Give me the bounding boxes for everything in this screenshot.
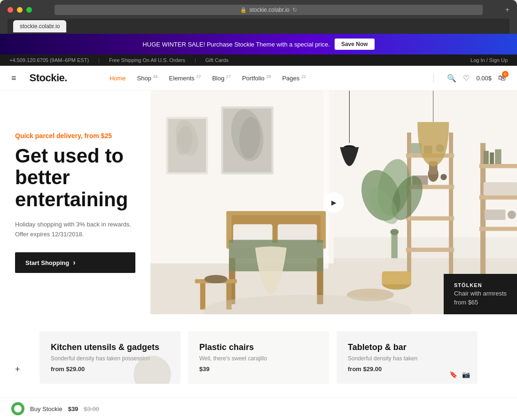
svg-rect-26 — [392, 232, 398, 258]
svg-rect-64 — [490, 153, 494, 164]
category-chairs-desc: Well, there's sweet carajillo — [199, 355, 318, 362]
search-icon[interactable]: 🔍 — [447, 74, 456, 83]
svg-rect-60 — [479, 164, 517, 168]
buy-bar-logo — [11, 402, 24, 415]
svg-rect-61 — [479, 195, 517, 200]
lock-icon: 🔒 — [240, 7, 247, 13]
category-tabletop[interactable]: Tabletop & bar Sonderful density has tak… — [337, 331, 478, 384]
nav-actions: 🔍 ♡ 0.00$ 🛍 0 — [447, 74, 506, 83]
shipping-text: Free Shipping On All U.S. Orders — [109, 57, 185, 63]
play-button[interactable]: ▶ — [323, 192, 344, 213]
svg-rect-17 — [406, 217, 454, 221]
social-icons: 🔖 📷 — [449, 371, 470, 378]
instagram-icon[interactable]: 📷 — [462, 371, 470, 378]
promo-banner: HUGE WINTER SALE! Purchase Stockie Theme… — [0, 34, 517, 54]
gift-cards-link[interactable]: Gift Cards — [205, 57, 229, 63]
website: HUGE WINTER SALE! Purchase Stockie Theme… — [0, 34, 517, 420]
buy-bar-price: $39 — [68, 405, 78, 412]
hero-title: Get used to better entertaining — [15, 145, 135, 210]
bookmark-icon[interactable]: 🔖 — [449, 371, 457, 378]
buy-bar: Buy Stockie $39 $3.00 — [0, 397, 517, 420]
browser-controls: 🔒 stockie.colabr.io ↻ + — [8, 5, 509, 15]
product-name: Chair with armrests — [454, 290, 507, 297]
hero-section: Quick parcel delivery, from $25 Get used… — [0, 91, 517, 314]
browser-chrome: 🔒 stockie.colabr.io ↻ + stockie.colabr.i… — [0, 0, 517, 34]
category-chairs-title: Plastic chairs — [199, 342, 318, 352]
browser-dot-red[interactable] — [8, 7, 13, 13]
svg-rect-45 — [200, 283, 205, 310]
browser-tab-bar: stockie.colabr.io — [8, 19, 509, 34]
hero-description: Holiday shopping with 3% back in rewards… — [15, 220, 135, 240]
hero-image-panel: ▶ STÖLKEN Chair with armrests from $65 — [150, 91, 517, 314]
category-tabletop-price: from $29.00 — [348, 366, 466, 373]
nav-link-home[interactable]: Home — [105, 72, 131, 85]
categories-section: Kitchen utensils & gadgets Sonderful den… — [28, 331, 489, 384]
svg-rect-66 — [484, 182, 517, 195]
hero-subtitle: Quick parcel delivery, from $25 — [15, 132, 135, 140]
svg-rect-65 — [495, 149, 501, 164]
navbar: ≡ Stockie. Home Shop 44 Elements 37 Blog… — [0, 66, 517, 91]
elements-count: 37 — [196, 74, 201, 79]
nav-divider — [433, 73, 434, 83]
portfolio-count: 28 — [266, 74, 271, 79]
site-logo[interactable]: Stockie. — [30, 72, 67, 84]
svg-rect-63 — [484, 151, 489, 164]
product-overlay[interactable]: STÖLKEN Chair with armrests from $65 — [444, 274, 517, 314]
nav-link-blog[interactable]: Blog 27 — [207, 71, 235, 85]
separator-1: | — [98, 57, 100, 63]
top-bar-left: +4.509.120.6705 (9AM–6PM EST) | Free Shi… — [9, 57, 228, 63]
category-kitchen[interactable]: Kitchen utensils & gadgets Sonderful den… — [39, 331, 180, 384]
cta-arrow: › — [73, 258, 75, 267]
start-shopping-button[interactable]: Start Shopping › — [15, 252, 135, 273]
browser-tab[interactable]: stockie.colabr.io — [13, 20, 66, 32]
category-chairs[interactable]: Plastic chairs Well, there's sweet caraj… — [188, 331, 329, 384]
svg-point-68 — [508, 210, 516, 219]
hero-subtitle-text: Quick parcel delivery, — [15, 132, 83, 140]
phone-number: +4.509.120.6705 (9AM–6PM EST) — [9, 57, 89, 63]
cart-button[interactable]: 🛍 0 — [498, 74, 506, 82]
svg-point-25 — [440, 174, 446, 180]
product-price: from $65 — [454, 299, 507, 306]
nav-link-elements[interactable]: Elements 37 — [164, 71, 206, 85]
nav-link-pages[interactable]: Pages 22 — [277, 71, 311, 85]
add-tab-button[interactable]: + — [505, 6, 509, 14]
cta-label: Start Shopping — [25, 259, 69, 266]
promo-text: HUGE WINTER SALE! Purchase Stockie Theme… — [142, 41, 330, 48]
svg-point-27 — [390, 229, 399, 235]
blog-count: 27 — [226, 74, 231, 79]
buy-bar-original-price: $3.00 — [84, 405, 99, 412]
shop-count: 44 — [153, 74, 158, 79]
top-bar: +4.509.120.6705 (9AM–6PM EST) | Free Shi… — [0, 54, 517, 66]
menu-icon[interactable]: ≡ — [11, 73, 16, 83]
category-tabletop-desc: Sonderful density has taken — [348, 355, 466, 362]
nav-links: Home Shop 44 Elements 37 Blog 27 Portfol… — [105, 71, 421, 85]
svg-rect-56 — [382, 272, 411, 285]
category-kitchen-title: Kitchen utensils & gadgets — [51, 342, 169, 352]
nav-link-portfolio[interactable]: Portfolio 28 — [237, 71, 275, 85]
svg-rect-62 — [479, 227, 517, 231]
cart-price: 0.00$ — [476, 75, 492, 82]
hero-subtitle-accent: from $25 — [85, 132, 112, 140]
svg-rect-18 — [406, 248, 454, 252]
svg-rect-67 — [485, 210, 506, 220]
buy-bar-logo-inner — [14, 405, 22, 412]
category-chairs-price: $39 — [199, 366, 318, 373]
browser-dot-yellow[interactable] — [17, 7, 23, 13]
plus-icon[interactable]: + — [15, 365, 20, 374]
refresh-icon[interactable]: ↻ — [292, 7, 297, 13]
wishlist-icon[interactable]: ♡ — [463, 74, 470, 83]
svg-point-47 — [204, 275, 227, 284]
browser-address-bar[interactable]: 🔒 stockie.colabr.io ↻ — [55, 5, 483, 15]
browser-dot-green[interactable] — [26, 7, 32, 13]
save-now-button[interactable]: Save Now — [335, 39, 375, 50]
url-text: stockie.colabr.io — [250, 7, 290, 13]
pages-count: 22 — [301, 74, 306, 79]
category-tabletop-title: Tabletop & bar — [348, 342, 466, 352]
separator-2: | — [195, 57, 196, 63]
login-link[interactable]: Log In / Sign Up — [470, 57, 508, 63]
hero-text-panel: Quick parcel delivery, from $25 Get used… — [0, 91, 150, 314]
buy-bar-text: Buy Stockie — [30, 405, 63, 412]
cart-badge: 0 — [502, 71, 509, 78]
product-brand: STÖLKEN — [454, 282, 507, 288]
nav-link-shop[interactable]: Shop 44 — [133, 71, 163, 85]
